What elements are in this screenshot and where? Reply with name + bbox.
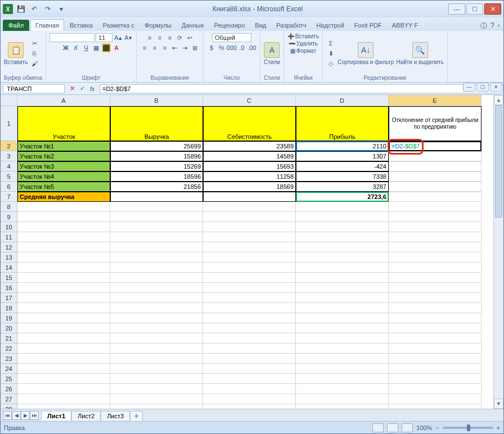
cell-empty-24-1[interactable] (110, 364, 203, 374)
tab-file[interactable]: Файл (3, 20, 29, 31)
cell-empty-11-0[interactable] (17, 232, 110, 242)
cell-C5[interactable]: 11258 (203, 171, 296, 182)
cell-empty-15-2[interactable] (203, 273, 296, 283)
align-top-icon[interactable]: ≡ (145, 33, 154, 42)
wb-minimize-button[interactable]: — (463, 83, 475, 92)
cell-empty-19-0[interactable] (17, 313, 110, 323)
align-left-icon[interactable]: ≡ (140, 43, 149, 52)
align-bottom-icon[interactable]: ≡ (165, 33, 174, 42)
cell-empty-16-4[interactable] (389, 283, 482, 293)
cell-empty-16-0[interactable] (17, 283, 110, 293)
cell-empty-10-4[interactable] (389, 222, 482, 232)
view-normal-icon[interactable] (372, 423, 384, 432)
cell-empty-22-0[interactable] (17, 343, 110, 354)
cell-empty-28-0[interactable] (17, 404, 110, 409)
qat-dropdown-icon[interactable]: ▾ (56, 3, 67, 15)
tab-nav-first-icon[interactable]: ⏮ (3, 411, 12, 420)
cell-empty-22-1[interactable] (110, 343, 203, 354)
bold-icon[interactable]: Ж (61, 43, 70, 52)
cell-empty-11-3[interactable] (296, 232, 389, 242)
row-header-21[interactable]: 21 (1, 333, 17, 343)
tab-developer[interactable]: Разработч (272, 20, 310, 31)
align-right-icon[interactable]: ≡ (160, 43, 169, 52)
row-header-13[interactable]: 13 (1, 252, 17, 263)
cell-empty-23-2[interactable] (203, 354, 296, 364)
font-name-select[interactable] (50, 33, 94, 42)
cell-empty-10-2[interactable] (203, 222, 296, 232)
cell-E3[interactable] (389, 151, 482, 161)
cell-empty-19-3[interactable] (296, 313, 389, 323)
row-header-5[interactable]: 5 (1, 171, 17, 182)
cell-empty-23-0[interactable] (17, 354, 110, 364)
currency-icon[interactable]: $ (207, 43, 216, 52)
cell-empty-11-1[interactable] (110, 232, 203, 242)
cell-A7[interactable]: Средняя выручка (17, 192, 110, 202)
font-size-select[interactable]: 11 (96, 33, 112, 42)
paste-button[interactable]: 📋 Вставить (4, 42, 28, 65)
cell-A4[interactable]: Участок №3 (17, 161, 110, 171)
tab-home[interactable]: Главная (30, 19, 64, 31)
cell-E2-editing[interactable]: =D2-$D$7 (389, 141, 482, 151)
cell-empty-8-1[interactable] (110, 202, 203, 212)
shrink-font-icon[interactable]: A▾ (124, 33, 133, 42)
cell-B7[interactable] (110, 192, 203, 202)
minimize-button[interactable]: — (448, 3, 465, 15)
grow-font-icon[interactable]: A▴ (114, 33, 123, 42)
cell-empty-26-3[interactable] (296, 384, 389, 394)
row-header-2[interactable]: 2 (1, 141, 17, 151)
row-header-4[interactable]: 4 (1, 161, 17, 171)
cell-C2[interactable]: 23589 (203, 141, 296, 151)
cell-empty-21-3[interactable] (296, 333, 389, 343)
col-header-A[interactable]: A (17, 95, 110, 106)
row-header-28[interactable]: 28 (1, 404, 17, 409)
cell-E7[interactable] (389, 192, 482, 202)
cell-D5[interactable]: 7338 (296, 171, 389, 182)
undo-icon[interactable]: ↶ (29, 3, 40, 15)
cell-empty-18-2[interactable] (203, 303, 296, 313)
cells-canvas[interactable]: УчастокВыручкаСебистоимостьПрибыльОтклон… (17, 106, 493, 409)
cell-empty-18-4[interactable] (389, 303, 482, 313)
cell-B2[interactable]: 25699 (110, 141, 203, 151)
row-header-25[interactable]: 25 (1, 374, 17, 384)
row-header-23[interactable]: 23 (1, 354, 17, 364)
tab-data[interactable]: Данные (177, 20, 209, 31)
styles-button[interactable]: A Стили (264, 42, 280, 65)
cell-empty-28-1[interactable] (110, 404, 203, 409)
cell-empty-12-3[interactable] (296, 242, 389, 252)
col-header-E[interactable]: E (389, 95, 482, 106)
cell-empty-26-1[interactable] (110, 384, 203, 394)
tab-layout[interactable]: Разметка с (98, 20, 139, 31)
cell-empty-11-2[interactable] (203, 232, 296, 242)
cell-D2[interactable]: 2110 (296, 141, 389, 151)
cell-empty-14-2[interactable] (203, 263, 296, 273)
cell-empty-20-4[interactable] (389, 323, 482, 333)
cell-empty-24-2[interactable] (203, 364, 296, 374)
cell-empty-25-0[interactable] (17, 374, 110, 384)
cell-empty-17-4[interactable] (389, 293, 482, 303)
cell-empty-26-4[interactable] (389, 384, 482, 394)
maximize-button[interactable]: ☐ (466, 3, 483, 15)
cell-empty-15-4[interactable] (389, 273, 482, 283)
cell-B6[interactable]: 21856 (110, 182, 203, 192)
cell-empty-28-3[interactable] (296, 404, 389, 409)
cell-empty-27-4[interactable] (389, 394, 482, 404)
name-box[interactable]: ТРАНСП (3, 84, 65, 93)
cell-A1[interactable]: Участок (17, 106, 110, 141)
cell-empty-16-2[interactable] (203, 283, 296, 293)
cell-D1[interactable]: Прибыль (296, 106, 389, 141)
col-header-B[interactable]: B (110, 95, 203, 106)
cell-empty-23-1[interactable] (110, 354, 203, 364)
cell-empty-17-2[interactable] (203, 293, 296, 303)
cell-empty-12-1[interactable] (110, 242, 203, 252)
cell-A5[interactable]: Участок №4 (17, 171, 110, 182)
new-sheet-button[interactable]: ✧ (130, 411, 143, 421)
fill-color-icon[interactable]: ⬛ (102, 43, 111, 52)
cell-empty-9-2[interactable] (203, 212, 296, 222)
row-header-12[interactable]: 12 (1, 242, 17, 252)
view-pagebreak-icon[interactable] (402, 423, 413, 432)
border-icon[interactable]: ▦ (92, 43, 101, 52)
cell-empty-21-0[interactable] (17, 333, 110, 343)
orientation-icon[interactable]: ⟳ (176, 33, 184, 42)
cell-empty-18-3[interactable] (296, 303, 389, 313)
cell-empty-20-1[interactable] (110, 323, 203, 333)
